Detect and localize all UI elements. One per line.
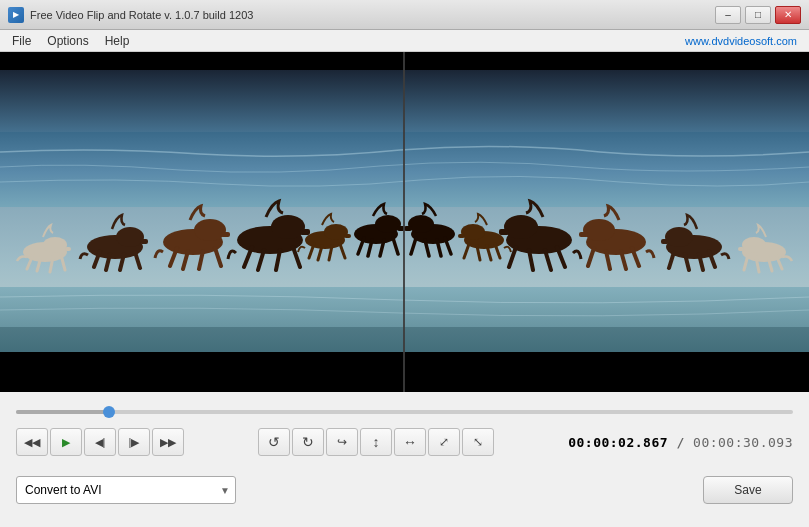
svg-point-5 bbox=[43, 237, 67, 253]
svg-rect-55 bbox=[661, 239, 669, 244]
maximize-button[interactable]: □ bbox=[745, 6, 771, 24]
svg-rect-83 bbox=[404, 226, 412, 231]
transport-buttons: ◀◀ ▶ ◀| |▶ ▶▶ bbox=[16, 428, 184, 456]
time-display: 00:00:02.867 / 00:00:30.093 bbox=[568, 435, 793, 450]
save-button[interactable]: Save bbox=[703, 476, 793, 504]
seek-bar-track[interactable] bbox=[16, 410, 793, 414]
convert-format-select[interactable]: Convert to AVI Convert to MP4 Convert to… bbox=[16, 476, 236, 504]
svg-rect-20 bbox=[221, 232, 230, 237]
menu-item-file[interactable]: File bbox=[4, 32, 39, 50]
seek-bar-fill bbox=[16, 410, 109, 414]
flip-horizontal-button[interactable]: ↔ bbox=[394, 428, 426, 456]
window-controls: – □ ✕ bbox=[715, 6, 801, 24]
svg-point-75 bbox=[461, 224, 485, 240]
rotate-ccw-button[interactable]: ↺ bbox=[258, 428, 290, 456]
app-icon: ▶ bbox=[8, 7, 24, 23]
title-bar-left: ▶ Free Video Flip and Rotate v. 1.0.7 bu… bbox=[8, 7, 253, 23]
rotate-cw-button[interactable]: ↻ bbox=[292, 428, 324, 456]
bottom-bar: Convert to AVI Convert to MP4 Convert to… bbox=[0, 468, 809, 512]
svg-point-54 bbox=[665, 227, 693, 247]
convert-dropdown-wrapper: Convert to AVI Convert to MP4 Convert to… bbox=[16, 476, 236, 504]
menu-bar: File Options Help www.dvdvideosoft.com bbox=[0, 30, 809, 52]
rotate-right-button[interactable]: ↪ bbox=[326, 428, 358, 456]
svg-rect-62 bbox=[579, 232, 588, 237]
video-scene bbox=[0, 52, 809, 392]
svg-rect-13 bbox=[140, 239, 148, 244]
title-bar: ▶ Free Video Flip and Rotate v. 1.0.7 bu… bbox=[0, 0, 809, 30]
svg-point-61 bbox=[583, 219, 615, 241]
next-frame-button[interactable]: |▶ bbox=[118, 428, 150, 456]
total-time: 00:00:30.093 bbox=[693, 435, 793, 450]
svg-rect-27 bbox=[300, 229, 310, 235]
video-preview bbox=[0, 52, 809, 392]
transport-row: ◀◀ ▶ ◀| |▶ ▶▶ ↺ ↻ ↪ ↕ ↔ ⤢ ⤡ 00:00:02.867… bbox=[16, 428, 793, 456]
current-time: 00:00:02.867 bbox=[568, 435, 668, 450]
title-text: Free Video Flip and Rotate v. 1.0.7 buil… bbox=[30, 9, 253, 21]
svg-point-40 bbox=[375, 215, 401, 233]
minimize-button[interactable]: – bbox=[715, 6, 741, 24]
transform-buttons: ↺ ↻ ↪ ↕ ↔ ⤢ ⤡ bbox=[258, 428, 494, 456]
website-link[interactable]: www.dvdvideosoft.com bbox=[685, 35, 805, 47]
forward-button[interactable]: ▶▶ bbox=[152, 428, 184, 456]
menu-items: File Options Help bbox=[4, 32, 137, 50]
video-background bbox=[0, 52, 809, 392]
svg-rect-90 bbox=[403, 52, 405, 392]
menu-item-help[interactable]: Help bbox=[97, 32, 138, 50]
play-button[interactable]: ▶ bbox=[50, 428, 82, 456]
svg-point-19 bbox=[194, 219, 226, 241]
shrink-button[interactable]: ⤡ bbox=[462, 428, 494, 456]
svg-point-82 bbox=[408, 215, 434, 233]
seek-bar-container bbox=[16, 400, 793, 418]
expand-button[interactable]: ⤢ bbox=[428, 428, 460, 456]
svg-rect-48 bbox=[738, 247, 744, 251]
controls-area: ◀◀ ▶ ◀| |▶ ▶▶ ↺ ↻ ↪ ↕ ↔ ⤢ ⤡ 00:00:02.867… bbox=[0, 392, 809, 468]
time-separator: / bbox=[676, 435, 693, 450]
svg-point-33 bbox=[324, 224, 348, 240]
svg-point-12 bbox=[116, 227, 144, 247]
prev-frame-button[interactable]: ◀| bbox=[84, 428, 116, 456]
svg-point-26 bbox=[271, 215, 305, 239]
seek-handle[interactable] bbox=[103, 406, 115, 418]
menu-item-options[interactable]: Options bbox=[39, 32, 96, 50]
svg-point-47 bbox=[742, 237, 766, 253]
rewind-button[interactable]: ◀◀ bbox=[16, 428, 48, 456]
app-icon-char: ▶ bbox=[13, 10, 19, 19]
svg-rect-34 bbox=[344, 234, 351, 238]
flip-vertical-button[interactable]: ↕ bbox=[360, 428, 392, 456]
svg-rect-76 bbox=[458, 234, 465, 238]
svg-rect-69 bbox=[499, 229, 509, 235]
close-button[interactable]: ✕ bbox=[775, 6, 801, 24]
svg-rect-6 bbox=[65, 247, 71, 251]
svg-point-68 bbox=[504, 215, 538, 239]
